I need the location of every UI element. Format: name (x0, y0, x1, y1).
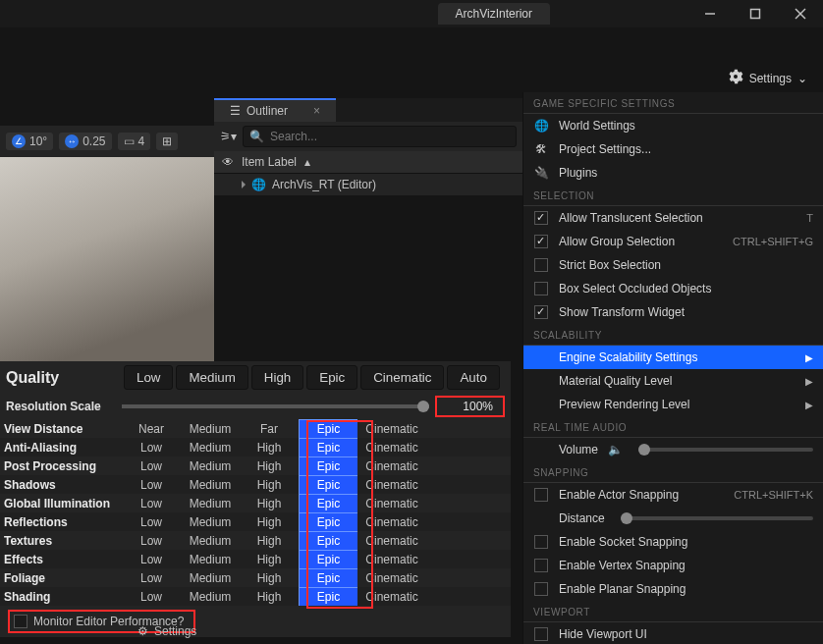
cell-far[interactable]: Far (240, 419, 299, 438)
cell-medium[interactable]: Medium (181, 456, 240, 475)
cell-near[interactable]: Near (122, 419, 181, 438)
quality-epic-button[interactable]: Epic (306, 365, 357, 390)
viewport-preview[interactable] (0, 157, 214, 361)
cell-epic[interactable]: Epic (299, 531, 357, 550)
cell-cinematic[interactable]: Cinematic (357, 419, 426, 438)
cell-low[interactable]: Low (122, 531, 181, 550)
quality-cinematic-button[interactable]: Cinematic (360, 365, 444, 390)
cell-low[interactable]: Low (122, 456, 181, 475)
menu-hide-viewport-ui[interactable]: Hide Viewport UI (523, 622, 823, 644)
cell-cinematic[interactable]: Cinematic (357, 531, 426, 550)
cell-epic[interactable]: Epic (299, 587, 357, 606)
quality-low-button[interactable]: Low (124, 365, 173, 390)
cell-medium[interactable]: Medium (181, 550, 240, 568)
project-tab[interactable]: ArchVizInterior (438, 3, 550, 25)
close-button[interactable] (778, 0, 823, 27)
menu-material-quality[interactable]: Material Quality Level▶ (523, 369, 823, 393)
cell-cinematic[interactable]: Cinematic (357, 456, 426, 475)
menu-box-occluded[interactable]: Box Select Occluded Objects (523, 277, 823, 300)
slider-knob[interactable] (621, 512, 632, 524)
cell-epic[interactable]: Epic (299, 475, 357, 494)
menu-project-settings[interactable]: 🛠Project Settings... (523, 137, 823, 161)
menu-plugins[interactable]: 🔌Plugins (523, 161, 823, 185)
cell-cinematic[interactable]: Cinematic (357, 512, 426, 531)
cell-high[interactable]: High (240, 456, 299, 475)
outliner-item[interactable]: 🌐 ArchVis_RT (Editor) (214, 174, 522, 195)
menu-world-settings[interactable]: 🌐World Settings (523, 114, 823, 137)
menu-socket-snapping[interactable]: Enable Socket Snapping (523, 530, 823, 554)
cell-medium[interactable]: Medium (181, 568, 240, 587)
cell-cinematic[interactable]: Cinematic (357, 438, 426, 456)
bottom-settings-button[interactable]: ⚙ Settings (137, 624, 196, 638)
cell-low[interactable]: Low (122, 438, 181, 456)
viewport-step-chip[interactable]: ↔0.25 (59, 133, 111, 150)
cell-epic[interactable]: Epic (299, 550, 357, 568)
menu-show-transform[interactable]: Show Transform Widget (523, 300, 823, 324)
cell-medium[interactable]: Medium (181, 438, 240, 456)
quality-medium-button[interactable]: Medium (176, 365, 247, 390)
volume-row[interactable]: Volume🔈 (523, 438, 823, 461)
cell-medium[interactable]: Medium (181, 475, 240, 494)
outliner-column-header[interactable]: 👁 Item Label ▴ (214, 151, 522, 174)
cell-high[interactable]: High (240, 475, 299, 494)
cell-medium[interactable]: Medium (181, 419, 240, 438)
viewport-grid-chip[interactable]: ⊞ (156, 133, 178, 150)
cell-cinematic[interactable]: Cinematic (357, 494, 426, 512)
quality-auto-button[interactable]: Auto (447, 365, 499, 390)
cell-low[interactable]: Low (122, 587, 181, 606)
monitor-checkbox[interactable] (14, 615, 27, 628)
outliner-search[interactable]: 🔍 (243, 126, 517, 147)
cell-low[interactable]: Low (122, 475, 181, 494)
distance-slider[interactable] (621, 516, 813, 520)
menu-allow-group[interactable]: Allow Group SelectionCTRL+SHIFT+G (523, 230, 823, 253)
expand-icon[interactable] (242, 181, 246, 188)
cell-cinematic[interactable]: Cinematic (357, 475, 426, 494)
cell-epic[interactable]: Epic (299, 456, 357, 475)
cell-medium[interactable]: Medium (181, 494, 240, 512)
cell-epic[interactable]: Epic (299, 438, 357, 456)
outliner-tab[interactable]: ☰ Outliner × (214, 98, 336, 122)
slider-knob[interactable] (417, 401, 429, 412)
menu-vertex-snapping[interactable]: Enable Vertex Snapping (523, 554, 823, 577)
volume-slider[interactable] (638, 448, 813, 452)
maximize-button[interactable] (733, 0, 778, 27)
menu-actor-snapping[interactable]: Enable Actor SnappingCTRL+SHIFT+K (523, 483, 823, 507)
cell-high[interactable]: High (240, 494, 299, 512)
menu-preview-rendering[interactable]: Preview Rendering Level▶ (523, 393, 823, 416)
cell-low[interactable]: Low (122, 494, 181, 512)
resolution-slider[interactable] (122, 404, 429, 408)
cell-high[interactable]: High (240, 531, 299, 550)
cell-low[interactable]: Low (122, 550, 181, 568)
close-tab-icon[interactable]: × (313, 104, 320, 118)
cell-high[interactable]: High (240, 438, 299, 456)
distance-row[interactable]: Distance (523, 507, 823, 530)
viewport-angle-chip[interactable]: ∠10° (6, 133, 53, 150)
menu-allow-translucent[interactable]: Allow Translucent SelectionT (523, 206, 823, 230)
cell-epic[interactable]: Epic (299, 494, 357, 512)
slider-knob[interactable] (638, 444, 650, 456)
cell-epic[interactable]: Epic (299, 568, 357, 587)
menu-strict-box[interactable]: Strict Box Selection (523, 253, 823, 277)
settings-dropdown-button[interactable]: Settings ⌄ (728, 69, 807, 87)
menu-planar-snapping[interactable]: Enable Planar Snapping (523, 577, 823, 601)
cell-low[interactable]: Low (122, 568, 181, 587)
cell-epic[interactable]: Epic (299, 419, 357, 438)
cell-epic[interactable]: Epic (299, 512, 357, 531)
quality-high-button[interactable]: High (251, 365, 303, 390)
search-input[interactable] (270, 130, 417, 143)
cell-cinematic[interactable]: Cinematic (357, 568, 426, 587)
filter-icon[interactable]: ⚞▾ (220, 130, 237, 143)
cell-high[interactable]: High (240, 550, 299, 568)
cell-high[interactable]: High (240, 512, 299, 531)
minimize-button[interactable] (687, 0, 733, 27)
cell-low[interactable]: Low (122, 512, 181, 531)
cell-cinematic[interactable]: Cinematic (357, 550, 426, 568)
viewport-cam-chip[interactable]: ▭4 (118, 133, 151, 150)
cell-medium[interactable]: Medium (181, 587, 240, 606)
cell-medium[interactable]: Medium (181, 512, 240, 531)
cell-medium[interactable]: Medium (181, 531, 240, 550)
cell-high[interactable]: High (240, 587, 299, 606)
cell-high[interactable]: High (240, 568, 299, 587)
cell-cinematic[interactable]: Cinematic (357, 587, 426, 606)
menu-engine-scalability[interactable]: Engine Scalability Settings▶ (523, 346, 823, 369)
